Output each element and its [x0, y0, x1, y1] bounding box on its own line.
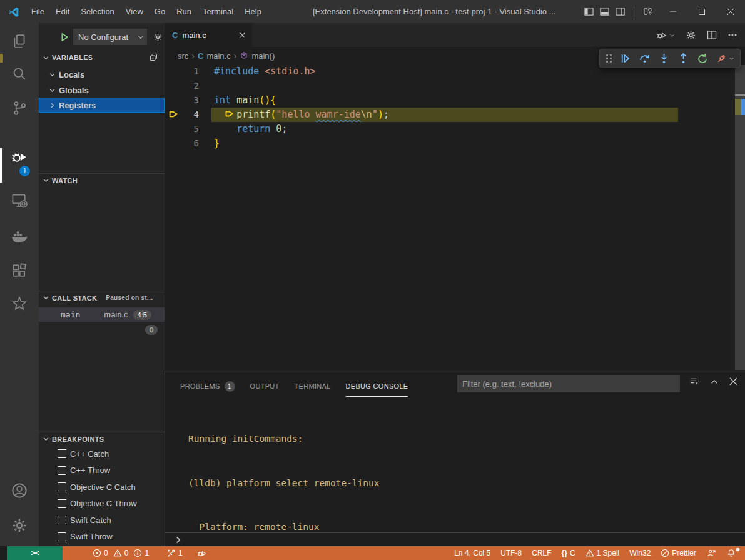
menu-selection[interactable]: Selection [75, 0, 119, 23]
variables-section-header[interactable]: VARIABLES [39, 51, 165, 64]
breadcrumb-folder[interactable]: src [178, 51, 188, 61]
tab-problems[interactable]: PROBLEMS 1 [180, 376, 235, 397]
editor-settings-gear-icon[interactable] [686, 30, 696, 41]
docker-icon[interactable] [0, 220, 39, 252]
notifications-bell-icon[interactable] [721, 546, 741, 560]
debug-console-filter-input[interactable] [457, 375, 680, 392]
remote-indicator[interactable]: >< [7, 546, 63, 560]
watch-section-header[interactable]: WATCH [39, 173, 165, 187]
eol-sequence[interactable]: CRLF [527, 546, 556, 560]
toolbar-drag-grip[interactable] [606, 54, 612, 63]
checkbox[interactable] [58, 516, 66, 524]
maximize-panel-icon[interactable] [710, 378, 719, 386]
cursor-position[interactable]: Ln 4, Col 5 [449, 546, 495, 560]
variables-item-locals[interactable]: Locals [39, 67, 165, 82]
breakpoint-cpp-catch[interactable]: C++ Catch [39, 446, 165, 462]
call-stack-frame-row[interactable]: main main.c 4:5 [39, 308, 165, 322]
line-number[interactable]: 3 [165, 93, 199, 108]
editor-overview-ruler[interactable] [735, 65, 745, 370]
search-icon[interactable] [0, 58, 39, 90]
call-stack-section-header[interactable]: CALL STACK Paused on st... [39, 291, 165, 304]
platform-target[interactable]: Win32 [624, 546, 656, 560]
source-control-icon[interactable] [0, 92, 39, 124]
code-line[interactable]: 4 printf("hello wamr-ide\n"); [165, 108, 745, 122]
tab-main-c[interactable]: C main.c [165, 23, 252, 47]
language-mode[interactable]: {} C [557, 546, 580, 560]
code-line[interactable]: 3int main(){ [165, 93, 745, 108]
current-line-gutter-arrow-icon[interactable] [168, 109, 179, 119]
collapse-all-icon[interactable] [149, 52, 158, 62]
line-number[interactable]: 2 [165, 79, 199, 93]
ports-status[interactable]: 1 [163, 546, 186, 560]
split-editor-icon[interactable] [707, 30, 717, 40]
step-out-button[interactable] [677, 52, 690, 65]
remote-explorer-icon[interactable] [0, 184, 39, 217]
extensions-icon[interactable] [0, 254, 39, 287]
encoding[interactable]: UTF-8 [495, 546, 527, 560]
disconnect-button[interactable] [715, 52, 734, 65]
settings-gear-icon[interactable] [0, 509, 39, 542]
debug-console-input[interactable] [165, 532, 745, 547]
checkbox[interactable] [58, 499, 66, 508]
formatter-status[interactable]: Prettier [656, 546, 701, 560]
checkbox[interactable] [58, 466, 66, 475]
menu-file[interactable]: File [26, 0, 50, 23]
code-line[interactable]: 2 [165, 79, 745, 93]
checkbox[interactable] [58, 532, 66, 541]
maximize-button[interactable] [687, 0, 716, 23]
debug-status[interactable] [193, 546, 211, 560]
code-line[interactable]: 6} [165, 136, 745, 151]
toggle-sidebar-icon[interactable] [584, 7, 594, 16]
breakpoint-cpp-throw[interactable]: C++ Throw [39, 462, 165, 479]
line-number[interactable]: 6 [165, 136, 199, 151]
menu-help[interactable]: Help [239, 0, 267, 23]
breakpoint-swift-catch[interactable]: Swift Catch [39, 512, 165, 529]
spell-checker-status[interactable]: 1 Spell [580, 546, 625, 560]
breakpoints-section-header[interactable]: BREAKPOINTS [39, 432, 165, 446]
account-icon[interactable] [0, 474, 39, 507]
code-line[interactable]: 5 return 0; [165, 122, 745, 136]
menu-edit[interactable]: Edit [50, 0, 75, 23]
breakpoint-objc-throw[interactable]: Objective C Throw [39, 496, 165, 512]
open-launch-config-gear-icon[interactable] [153, 32, 163, 42]
breakpoint-swift-throw[interactable]: Swift Throw [39, 529, 165, 546]
checkbox[interactable] [58, 449, 66, 458]
breadcrumb-file[interactable]: Cmain.c [198, 51, 231, 61]
run-or-debug-icon[interactable] [656, 29, 675, 41]
debug-configuration-dropdown[interactable]: No Configurat [73, 29, 147, 45]
problems-status[interactable]: 0 0 1 [89, 546, 153, 560]
close-tab-icon[interactable] [239, 32, 246, 39]
variables-item-globals[interactable]: Globals [39, 82, 165, 98]
feedback-icon[interactable] [701, 546, 721, 560]
more-actions-icon[interactable] [727, 30, 737, 40]
checkbox[interactable] [58, 482, 66, 491]
toggle-panel-icon[interactable] [600, 7, 609, 16]
start-debugging-button[interactable] [60, 32, 69, 42]
menu-view[interactable]: View [120, 0, 149, 23]
breadcrumb-symbol[interactable]: main() [240, 51, 275, 61]
menu-run[interactable]: Run [171, 0, 197, 23]
tab-output[interactable]: OUTPUT [250, 376, 280, 397]
minimize-button[interactable] [659, 0, 687, 23]
clear-console-icon[interactable] [689, 376, 699, 387]
line-number[interactable]: 5 [165, 122, 199, 136]
menu-go[interactable]: Go [149, 0, 171, 23]
continue-button[interactable] [619, 52, 632, 65]
toggle-secondary-sidebar-icon[interactable] [616, 7, 625, 16]
close-panel-icon[interactable] [729, 378, 737, 386]
star-icon[interactable] [0, 288, 39, 320]
step-into-button[interactable] [657, 52, 671, 65]
menu-terminal[interactable]: Terminal [197, 0, 239, 23]
tab-terminal[interactable]: TERMINAL [295, 376, 331, 397]
chevron-down-icon[interactable] [729, 56, 734, 61]
breakpoint-objc-catch[interactable]: Objective C Catch [39, 479, 165, 496]
code-editor[interactable]: 1#include <stdio.h>23int main(){4 printf… [165, 64, 745, 371]
close-window-button[interactable] [716, 0, 745, 23]
explorer-icon[interactable] [0, 25, 39, 58]
customize-layout-icon[interactable] [643, 7, 652, 16]
tab-debug-console[interactable]: DEBUG CONSOLE [346, 376, 408, 397]
restart-button[interactable] [696, 52, 709, 65]
line-number[interactable]: 1 [165, 64, 199, 79]
variables-item-registers[interactable]: Registers [39, 98, 165, 112]
step-over-button[interactable] [638, 52, 651, 65]
